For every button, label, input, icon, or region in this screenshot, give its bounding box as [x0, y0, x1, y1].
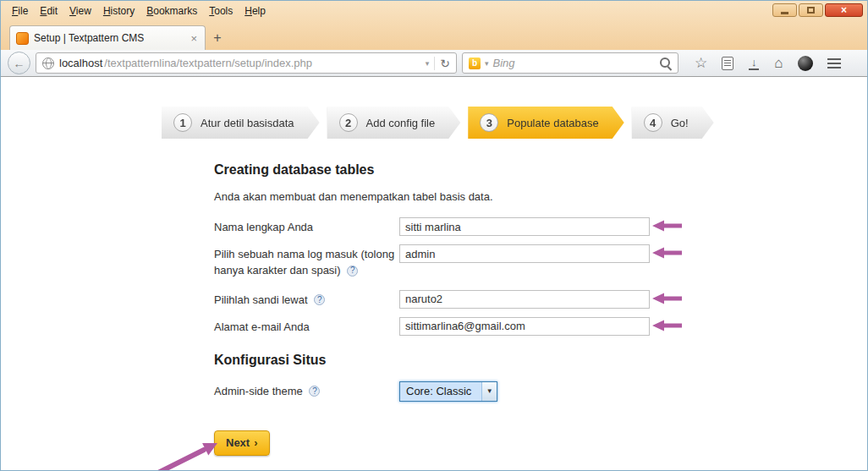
new-tab-button[interactable]: + [206, 28, 229, 48]
annotation-arrow-login [652, 246, 683, 260]
next-button-label: Next [226, 436, 250, 449]
minimize-button[interactable] [772, 3, 797, 17]
annotation-arrow-next [148, 435, 228, 471]
login-label-text: Pilih sebuah nama log masuk (tolong hany… [214, 248, 394, 277]
annotation-arrow-fullname [652, 219, 683, 233]
email-field[interactable] [399, 317, 650, 336]
restore-button[interactable] [799, 3, 823, 17]
theme-label: Admin-side theme ? [214, 381, 399, 400]
tab-bar: Setup | Textpattern CMS × + [1, 21, 867, 50]
step-4-label: Go! [671, 117, 689, 129]
email-label: Alamat e-mail Anda [214, 317, 399, 336]
addon-icon[interactable] [798, 56, 813, 71]
theme-select[interactable]: Core: Classic ▼ [399, 381, 497, 402]
theme-label-text: Admin-side theme [214, 385, 303, 397]
next-button-area: Next › [214, 430, 270, 456]
home-icon[interactable]: ⌂ [774, 55, 783, 72]
step-2-label: Add config file [366, 117, 436, 129]
next-chevron-icon: › [254, 436, 257, 449]
tab-title: Setup | Textpattern CMS [34, 32, 144, 44]
step-1-number: 1 [173, 113, 192, 132]
menu-file[interactable]: File [6, 3, 34, 19]
step-4-go: 4 Go! [632, 107, 714, 139]
bookmark-star-icon[interactable]: ☆ [695, 54, 707, 72]
urlbar-divider [434, 57, 435, 70]
browser-window: { "browser": { "menu": { "items": ["File… [0, 0, 868, 471]
form-row-theme: Admin-side theme ? Core: Classic ▼ [214, 381, 722, 402]
fullname-label: Nama lengkap Anda [214, 217, 399, 236]
tab-favicon-icon [16, 32, 29, 45]
menu-view[interactable]: View [63, 3, 97, 19]
navigation-toolbar: ← localhost/textpatternlina/textpattern/… [1, 50, 867, 77]
page-content: 1 Atur detil basisdata 2 Add config file… [1, 107, 867, 471]
close-button[interactable]: × [825, 3, 863, 17]
setup-stepper: 1 Atur detil basisdata 2 Add config file… [162, 107, 867, 139]
step-3-populate-database: 3 Populate database [468, 107, 624, 139]
menu-tools[interactable]: Tools [203, 3, 239, 19]
restore-icon [807, 7, 815, 14]
password-help-icon[interactable]: ? [314, 294, 325, 305]
minimize-icon [781, 12, 788, 14]
site-config-heading: Konfigurasi Situs [214, 353, 722, 368]
login-label: Pilih sebuah nama log masuk (tolong hany… [214, 244, 399, 279]
login-field[interactable] [399, 244, 650, 263]
step-2-add-config-file: 2 Add config file [327, 107, 461, 139]
step-2-number: 2 [339, 113, 358, 132]
login-help-icon[interactable]: ? [347, 266, 358, 277]
annotation-arrow-email [652, 319, 683, 332]
tab-setup-textpattern[interactable]: Setup | Textpattern CMS × [9, 25, 206, 50]
step-1-label: Atur detil basisdata [201, 117, 294, 129]
downloads-icon[interactable]: ↓ [748, 57, 760, 70]
urlbar-dropdown-icon[interactable]: ▾ [426, 59, 430, 68]
menu-edit[interactable]: Edit [34, 3, 63, 19]
bookmarks-panel-icon[interactable] [722, 57, 733, 70]
theme-selected-option: Core: Classic [400, 382, 481, 401]
step-4-number: 4 [644, 113, 662, 132]
tab-close-icon[interactable]: × [189, 32, 199, 45]
password-field[interactable] [399, 290, 650, 309]
page-title: Creating database tables [214, 162, 722, 178]
intro-text: Anda akan membuat dan menempatkan tabel … [214, 190, 722, 203]
password-label: Pilihlah sandi lewat ? [214, 290, 399, 309]
step-3-label: Populate database [507, 117, 598, 129]
form-row-password: Pilihlah sandi lewat ? [214, 290, 722, 309]
reload-icon[interactable]: ↻ [440, 57, 450, 70]
search-icon[interactable] [659, 57, 672, 69]
address-bar[interactable]: localhost/textpatternlina/textpattern/se… [36, 52, 457, 74]
step-3-number: 3 [480, 113, 498, 132]
close-icon: × [841, 5, 847, 15]
menu-bar: File Edit View History Bookmarks Tools H… [1, 1, 867, 21]
fullname-field[interactable] [399, 217, 650, 236]
toolbar-icons: ☆ ↓ ⌂ [695, 54, 843, 72]
url-path: /textpatternlina/textpattern/setup/index… [104, 57, 312, 69]
search-placeholder: Bing [493, 57, 515, 69]
window-controls: × [772, 3, 863, 17]
password-label-text: Pilihlah sandi lewat [214, 293, 308, 306]
menu-hamburger-icon[interactable] [827, 58, 843, 69]
search-bar[interactable]: b ▾ Bing [462, 52, 678, 74]
step-1-database-details: 1 Atur detil basisdata [162, 107, 320, 139]
bing-letter: b [472, 59, 477, 68]
form-row-login: Pilih sebuah nama log masuk (tolong hany… [214, 244, 722, 279]
form-row-email: Alamat e-mail Anda [214, 317, 722, 336]
browser-titlebar: File Edit View History Bookmarks Tools H… [1, 1, 867, 50]
form-row-fullname: Nama lengkap Anda [214, 217, 722, 236]
site-globe-icon [42, 58, 54, 69]
menu-bookmarks[interactable]: Bookmarks [140, 3, 203, 19]
annotation-arrow-password [652, 292, 683, 305]
setup-form: Creating database tables Anda akan membu… [214, 162, 722, 456]
bing-logo-icon[interactable]: b [469, 58, 481, 69]
back-button[interactable]: ← [8, 52, 30, 74]
menu-help[interactable]: Help [239, 3, 272, 19]
search-engine-dropdown-icon[interactable]: ▾ [485, 59, 489, 68]
theme-help-icon[interactable]: ? [309, 386, 320, 397]
select-dropdown-icon[interactable]: ▼ [481, 382, 497, 401]
menu-history[interactable]: History [97, 3, 140, 19]
url-domain: localhost [59, 57, 102, 69]
